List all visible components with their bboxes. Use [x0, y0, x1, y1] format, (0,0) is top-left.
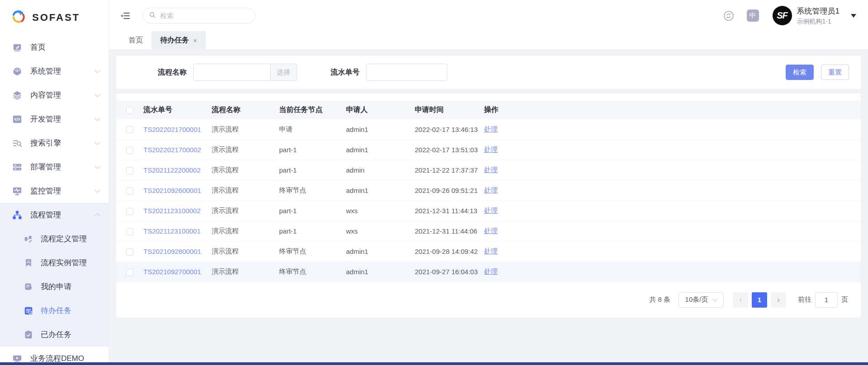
tab-label: 首页 [128, 36, 143, 45]
row-checkbox[interactable] [126, 248, 133, 256]
sidebar-item-system[interactable]: 系统管理 [0, 59, 109, 83]
handle-link[interactable]: 处理 [484, 125, 498, 133]
page-number-button[interactable]: 1 [752, 292, 767, 308]
global-search-input[interactable] [160, 12, 250, 19]
handle-link[interactable]: 处理 [484, 247, 498, 255]
table-row: TS2021092600001 演示流程 终审节点 admin1 2021-09… [116, 180, 861, 201]
task-table-panel: 流水单号 流程名称 当前任务节点 申请人 申请时间 操作 TS202202170… [116, 94, 861, 318]
filter-panel: 流程名称 选择 流水单号 检索 重置 [116, 56, 861, 89]
sidebar-item-deploy[interactable]: 部署管理 [0, 155, 109, 179]
row-checkbox[interactable] [126, 269, 133, 276]
serial-link[interactable]: TS2022021700001 [143, 126, 201, 133]
column-action: 操作 [484, 101, 861, 119]
goto-suffix: 页 [841, 295, 848, 304]
time-cell: 2021-12-22 17:37:37 [415, 160, 484, 180]
user-menu[interactable]: SF 系统管理员1 示例机构1-1 [773, 6, 856, 26]
sidebar-subitem-label: 待办任务 [41, 305, 71, 316]
task-table: 流水单号 流程名称 当前任务节点 申请人 申请时间 操作 TS202202170… [116, 101, 861, 282]
sidebar-subitem-todo-tasks[interactable]: 待办任务 [0, 299, 109, 323]
row-checkbox[interactable] [126, 167, 133, 174]
row-checkbox[interactable] [126, 228, 133, 235]
handle-link[interactable]: 处理 [484, 186, 498, 194]
serial-link[interactable]: TS2022021700002 [143, 146, 201, 154]
user-org: 示例机构1-1 [797, 18, 840, 26]
time-cell: 2021-12-31 11:44:06 [415, 221, 484, 241]
process-cell: 演示流程 [212, 160, 279, 180]
chevron-down-icon [95, 163, 100, 169]
table-row: TS2021122200002 演示流程 part-1 admin 2021-1… [116, 160, 861, 180]
handle-link[interactable]: 处理 [484, 166, 498, 173]
reset-button[interactable]: 重置 [821, 65, 849, 80]
refresh-icon[interactable] [723, 10, 734, 21]
bottom-strip [0, 362, 868, 365]
language-icon[interactable]: 中 [747, 9, 759, 22]
node-cell: 终审节点 [279, 180, 346, 201]
page-size-value: 10条/页 [685, 295, 708, 304]
node-cell: part-1 [279, 201, 346, 221]
sidebar-subitem-process-instance[interactable]: 流程实例管理 [0, 251, 109, 275]
sidebar-subitem-done-tasks[interactable]: 已办任务 [0, 323, 109, 346]
handle-link[interactable]: 处理 [484, 206, 498, 214]
logo-text: SOFAST [32, 12, 80, 23]
serial-number-input[interactable] [366, 64, 447, 81]
handle-link[interactable]: 处理 [484, 227, 498, 234]
chevron-down-icon [95, 139, 100, 145]
sidebar-item-monitor[interactable]: 监控管理 [0, 179, 109, 203]
sidebar-subitem-label: 流程实例管理 [41, 257, 87, 268]
serial-link[interactable]: TS2021092700001 [143, 268, 201, 276]
table-row: TS2022021700002 演示流程 part-1 admin1 2022-… [116, 140, 861, 160]
pagination: 共 8 条 10条/页 ‹ 1 › 前往 页 [116, 282, 861, 309]
serial-link[interactable]: TS2021092600001 [143, 187, 201, 194]
applicant-cell: admin1 [346, 119, 415, 140]
sidebar-subitem-my-applications[interactable]: 我的申请 [0, 275, 109, 299]
applicant-cell: admin1 [346, 140, 415, 160]
sidebar-item-label: 搜索引擎 [30, 138, 61, 148]
serial-link[interactable]: TS2021123100001 [143, 227, 201, 235]
next-page-button[interactable]: › [771, 292, 786, 308]
prev-page-button[interactable]: ‹ [733, 292, 748, 308]
close-icon[interactable]: × [193, 37, 197, 44]
column-node: 当前任务节点 [279, 101, 346, 119]
sidebar-section-process: 流程管理 流程定义管理 流程实例管理 我的申请 待办任务 [0, 203, 109, 346]
sidebar-item-search-engine[interactable]: 搜索引擎 [0, 131, 109, 155]
sidebar-item-content[interactable]: 内容管理 [0, 83, 109, 107]
chevron-down-icon [95, 187, 100, 193]
serial-link[interactable]: TS2021092800001 [143, 248, 201, 255]
sidebar-item-label: 监控管理 [30, 186, 61, 196]
row-checkbox[interactable] [126, 187, 133, 195]
logo: SOFAST [0, 0, 109, 35]
time-cell: 2021-12-31 11:44:13 [415, 201, 484, 221]
row-checkbox[interactable] [126, 147, 133, 154]
process-cell: 演示流程 [212, 180, 279, 201]
sidebar-item-process-mgmt[interactable]: 流程管理 [0, 203, 109, 227]
collapse-sidebar-icon[interactable] [120, 10, 132, 22]
sidebar-item-develop[interactable]: 开发管理 [0, 107, 109, 131]
process-cell: 演示流程 [212, 262, 279, 282]
tab-todo-tasks[interactable]: 待办任务 × [152, 31, 206, 49]
process-cell: 演示流程 [212, 221, 279, 241]
select-process-button[interactable]: 选择 [270, 64, 297, 81]
serial-link[interactable]: TS2021123100002 [143, 207, 201, 215]
serial-link[interactable]: TS2021122200002 [143, 166, 201, 174]
global-search[interactable] [142, 8, 256, 23]
sidebar-subitem-process-definition[interactable]: 流程定义管理 [0, 227, 109, 251]
search-button[interactable]: 检索 [786, 65, 814, 80]
search-icon [149, 11, 156, 20]
total-count: 共 8 条 [649, 295, 670, 304]
tab-home[interactable]: 首页 [120, 31, 152, 49]
handle-link[interactable]: 处理 [484, 145, 498, 153]
topbar-right: 中 SF 系统管理员1 示例机构1-1 [723, 6, 856, 26]
main-area: 中 SF 系统管理员1 示例机构1-1 首页 待办任务 × 流程名称 [109, 0, 868, 365]
search-settings-icon [12, 138, 23, 149]
handle-link[interactable]: 处理 [484, 267, 498, 275]
column-process: 流程名称 [212, 101, 279, 119]
sidebar-item-label: 流程管理 [30, 210, 61, 220]
row-checkbox[interactable] [126, 208, 133, 215]
process-name-input[interactable] [193, 64, 270, 81]
row-checkbox[interactable] [126, 126, 133, 133]
goto-page-input[interactable] [815, 292, 838, 308]
code-icon [12, 114, 23, 125]
select-all-checkbox[interactable] [126, 107, 133, 114]
page-size-select[interactable]: 10条/页 [678, 292, 724, 308]
sidebar-item-home[interactable]: 首页 [0, 35, 109, 59]
